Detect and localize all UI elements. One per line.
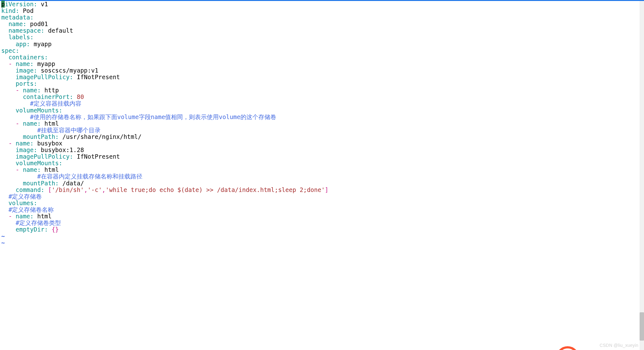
token-val: soscscs/myapp:v1: [37, 67, 98, 74]
token-val: [73, 93, 77, 100]
token-key: :: [34, 80, 37, 87]
token-val: [1, 140, 8, 147]
code-line: ports:: [1, 80, 37, 87]
code-line: command: ['/bin/sh','-c','while true;do …: [1, 186, 328, 193]
code-line: - name: http: [1, 87, 59, 94]
token-key: image:: [16, 67, 37, 74]
token-val: [44, 186, 48, 193]
token-str: '/bin/sh': [52, 186, 84, 193]
token-key: :: [34, 1, 37, 8]
code-line: containerPort: 80: [1, 93, 84, 100]
token-str: 'while true;do echo $(date) >> /data/ind…: [106, 186, 325, 193]
token-cmt: #定义存储卷名称: [8, 206, 54, 213]
token-key: containerPort:: [23, 93, 73, 100]
token-key: containers: [8, 54, 44, 61]
token-key: emptyDir:: [16, 226, 48, 233]
code-line: - name: busybox: [1, 140, 63, 147]
csdn-watermark: CSDN @liu_xueyin: [600, 342, 638, 349]
token-val: [1, 20, 8, 27]
token-key: :: [30, 14, 34, 21]
token-key: image:: [16, 146, 37, 153]
token-dash: -: [16, 120, 19, 127]
csdn-logo-arc: [556, 346, 581, 350]
token-val: [1, 153, 16, 160]
token-key: name:: [23, 166, 41, 173]
code-line: app: myapp: [1, 41, 52, 47]
token-cmt: #在容器内定义挂载存储名称和挂载路径: [37, 173, 142, 180]
token-key: volumeMounts: [16, 107, 59, 114]
code-line: #定义存储卷: [1, 193, 42, 200]
code-line: mountPath: /data/: [1, 180, 84, 187]
token-cursor-first: p: [1, 1, 5, 8]
token-dash: -: [16, 166, 19, 173]
token-key: iVersion: [5, 1, 34, 8]
code-line: imagePullPolicy: IfNotPresent: [1, 74, 120, 80]
token-key: name:: [23, 120, 41, 127]
token-key: command:: [16, 186, 45, 193]
token-key: imagePullPolicy:: [16, 74, 73, 80]
token-key: spec: [1, 47, 16, 54]
token-cmt: #定义存储卷: [8, 193, 42, 200]
yaml-code-block: piVersion: v1 kind: Pod metadata: name: …: [0, 1, 644, 246]
token-key: :: [34, 200, 37, 206]
token-key: volumes: [8, 200, 34, 206]
token-val: [1, 34, 8, 41]
code-line: #定义存储卷类型: [1, 219, 61, 226]
token-key: :: [44, 54, 48, 61]
token-key: mountPath:: [23, 133, 59, 140]
token-val: [1, 107, 16, 114]
code-line: metadata:: [1, 14, 34, 21]
token-val: busybox: [34, 140, 63, 147]
token-val: [1, 193, 8, 200]
token-val: pod01: [26, 20, 48, 27]
token-val: [1, 180, 23, 187]
code-line: volumeMounts:: [1, 107, 63, 114]
code-line: image: soscscs/myapp:v1: [1, 67, 98, 74]
code-line: name: pod01: [1, 20, 48, 27]
code-line: labels:: [1, 34, 34, 41]
token-key: app:: [16, 41, 30, 47]
token-brk: ,: [84, 186, 87, 193]
token-cmt: #挂载至容器中哪个目录: [37, 127, 100, 134]
token-val: [1, 146, 16, 153]
code-line: emptyDir: {}: [1, 226, 59, 233]
token-key: kind:: [1, 7, 19, 14]
token-val: Pod: [19, 7, 34, 14]
code-line: imagePullPolicy: IfNotPresent: [1, 153, 120, 160]
token-val: [1, 54, 8, 61]
token-val: busybox:1.28: [37, 146, 84, 153]
code-line: volumeMounts:: [1, 160, 63, 167]
token-val: [1, 127, 37, 134]
token-dash: -: [8, 140, 12, 147]
token-val: [12, 60, 15, 67]
token-val: [1, 60, 8, 67]
token-val: [1, 93, 23, 100]
token-val: /data/: [59, 180, 84, 187]
token-brk: {}: [52, 226, 59, 233]
token-num: 80: [77, 93, 84, 100]
code-line: containers:: [1, 54, 48, 61]
code-line: kind: Pod: [1, 7, 34, 14]
code-line: spec:: [1, 47, 19, 54]
code-line: piVersion: v1: [1, 1, 48, 8]
token-val: [12, 213, 15, 220]
token-dash: -: [8, 213, 12, 220]
token-key: name:: [16, 60, 34, 67]
token-dash: -: [8, 60, 12, 67]
code-line: #定义容器挂载内容: [1, 100, 81, 107]
token-key: volumeMounts: [16, 160, 59, 167]
token-val: html: [34, 213, 52, 220]
scrollbar-thumb[interactable]: [640, 312, 644, 341]
token-val: [1, 160, 16, 167]
code-line: mountPath: /usr/share/nginx/html/: [1, 133, 141, 140]
code-line: - name: myapp: [1, 60, 55, 67]
code-line: #挂载至容器中哪个目录: [1, 127, 101, 134]
vertical-scrollbar[interactable]: [640, 1, 644, 350]
token-key: imagePullPolicy:: [16, 153, 73, 160]
token-val: myapp: [34, 60, 55, 67]
code-line: #使用的存储卷名称，如果跟下面volume字段name值相同，则表示使用volu…: [1, 113, 276, 120]
token-key: :: [30, 34, 34, 41]
token-val: [1, 41, 16, 47]
token-cmt: #定义存储卷类型: [16, 219, 61, 226]
token-val: [1, 173, 37, 180]
